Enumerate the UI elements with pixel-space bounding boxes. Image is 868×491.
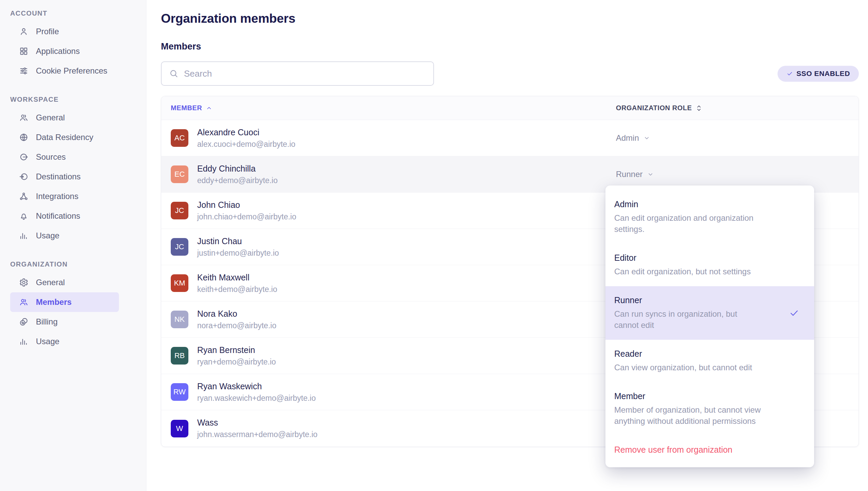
member-email: nora+demo@airbyte.io [197, 321, 276, 330]
sidebar-item-label: Usage [36, 231, 59, 240]
source-circle-arrow-icon [19, 152, 28, 162]
sidebar-item-organization-billing[interactable]: Billing [10, 312, 119, 332]
member-name: Keith Maxwell [197, 273, 277, 282]
members-section-title: Members [161, 41, 859, 52]
role-option-title: Editor [614, 253, 782, 263]
sidebar-section-account: ACCOUNTProfileApplicationsCookie Prefere… [0, 7, 146, 81]
sidebar-item-workspace-integrations[interactable]: Integrations [10, 186, 119, 206]
sidebar-item-label: Members [36, 297, 71, 307]
member-email: john.wasserman+demo@airbyte.io [197, 430, 317, 439]
member-cell: KMKeith Maxwellkeith+demo@airbyte.io [161, 273, 608, 294]
member-info: Justin Chaujustin+demo@airbyte.io [197, 236, 279, 258]
table-row: ACAlexandre Cuocialex.cuoci+demo@airbyte… [161, 120, 859, 156]
sidebar-item-workspace-sources[interactable]: Sources [10, 147, 119, 167]
column-header-organization-role[interactable]: ORGANIZATION ROLE [608, 104, 859, 112]
member-name: Wass [197, 418, 317, 428]
role-select[interactable]: Runner [616, 170, 654, 179]
check-icon [786, 70, 793, 77]
sort-ascending-icon [206, 105, 212, 112]
member-email: john.chiao+demo@airbyte.io [197, 212, 296, 221]
sidebar-item-label: Billing [36, 317, 58, 327]
chevron-down-icon [647, 171, 654, 178]
role-option-title: Member [614, 391, 782, 401]
destination-circle-arrow-icon [19, 172, 28, 181]
apps-grid-icon [19, 46, 28, 56]
organization-role-column-label: ORGANIZATION ROLE [616, 104, 692, 112]
member-cell: ECEddy Chinchillaeddy+demo@airbyte.io [161, 164, 608, 185]
sort-both-icon [695, 104, 703, 112]
sidebar-item-workspace-usage[interactable]: Usage [10, 226, 119, 246]
organization-role-dropdown: AdminCan edit organization and organizat… [605, 185, 814, 467]
role-option-description: Can edit organization and organization s… [614, 212, 782, 235]
member-info: Wassjohn.wasserman+demo@airbyte.io [197, 418, 317, 439]
role-cell: Admin [608, 133, 859, 143]
member-email: justin+demo@airbyte.io [197, 249, 279, 258]
member-cell: NKNora Kakonora+demo@airbyte.io [161, 309, 608, 330]
member-info: Nora Kakonora+demo@airbyte.io [197, 309, 276, 330]
role-option-title: Admin [614, 199, 782, 209]
chevron-down-icon [643, 134, 650, 142]
sidebar-item-label: Destinations [36, 172, 81, 181]
sso-enabled-badge: SSO ENABLED [778, 66, 859, 82]
role-option-runner[interactable]: RunnerCan run syncs in organization, but… [605, 286, 814, 340]
member-info: Alexandre Cuocialex.cuoci+demo@airbyte.i… [197, 127, 295, 149]
sidebar-item-label: Applications [36, 46, 80, 56]
sidebar-item-account-applications[interactable]: Applications [10, 41, 119, 61]
role-value: Admin [616, 133, 639, 143]
settings-sidebar: ACCOUNTProfileApplicationsCookie Prefere… [0, 0, 146, 491]
sidebar-section-workspace: WORKSPACEGeneralData ResidencySourcesDes… [0, 93, 146, 246]
role-option-reader[interactable]: ReaderCan view organization, but cannot … [605, 340, 814, 382]
search-input[interactable] [184, 68, 427, 79]
avatar: KM [171, 274, 188, 292]
sso-badge-label: SSO ENABLED [797, 70, 850, 78]
member-cell: RWRyan Waskewichryan.waskewich+demo@airb… [161, 381, 608, 403]
sidebar-item-organization-usage[interactable]: Usage [10, 332, 119, 351]
sidebar-item-account-profile[interactable]: Profile [10, 22, 119, 41]
bell-icon [19, 211, 28, 221]
remove-user-action[interactable]: Remove user from organization [605, 436, 814, 465]
coins-icon [19, 317, 28, 327]
role-select[interactable]: Admin [616, 133, 650, 143]
avatar: NK [171, 311, 188, 328]
role-options-list: AdminCan edit organization and organizat… [605, 190, 814, 436]
member-info: Ryan Bernsteinryan+demo@airbyte.io [197, 345, 276, 367]
member-email: eddy+demo@airbyte.io [197, 176, 278, 185]
member-name: Alexandre Cuoci [197, 127, 295, 137]
sidebar-item-organization-members[interactable]: Members [10, 292, 119, 312]
search-icon [169, 69, 179, 78]
sidebar-item-workspace-notifications[interactable]: Notifications [10, 206, 119, 226]
sidebar-section-organization: ORGANIZATIONGeneralMembersBillingUsage [0, 258, 146, 351]
member-email: ryan+demo@airbyte.io [197, 357, 276, 367]
sidebar-item-workspace-destinations[interactable]: Destinations [10, 167, 119, 186]
sidebar-item-workspace-data-residency[interactable]: Data Residency [10, 127, 119, 147]
avatar: EC [171, 165, 188, 183]
member-name: Ryan Waskewich [197, 381, 316, 391]
role-option-title: Reader [614, 349, 782, 359]
sidebar-item-label: Notifications [36, 211, 80, 221]
sidebar-nav: ACCOUNTProfileApplicationsCookie Prefere… [0, 7, 146, 351]
users-icon [19, 297, 28, 307]
user-icon [19, 27, 28, 36]
sidebar-item-account-cookie-preferences[interactable]: Cookie Preferences [10, 61, 119, 81]
avatar: JC [171, 238, 188, 256]
sidebar-item-organization-general[interactable]: General [10, 273, 119, 292]
member-email: alex.cuoci+demo@airbyte.io [197, 140, 295, 149]
member-cell: RBRyan Bernsteinryan+demo@airbyte.io [161, 345, 608, 367]
page-title: Organization members [161, 12, 859, 26]
column-header-member[interactable]: MEMBER [161, 104, 608, 112]
member-search-box[interactable] [161, 61, 434, 86]
avatar: RW [171, 383, 188, 401]
sidebar-item-workspace-general[interactable]: General [10, 108, 119, 127]
sidebar-item-label: Profile [36, 27, 59, 36]
member-email: ryan.waskewich+demo@airbyte.io [197, 394, 316, 403]
globe-icon [19, 133, 28, 142]
role-option-editor[interactable]: EditorCan edit organization, but not set… [605, 244, 814, 286]
role-option-admin[interactable]: AdminCan edit organization and organizat… [605, 190, 814, 244]
avatar: W [171, 420, 188, 437]
sidebar-item-label: Sources [36, 152, 66, 162]
role-option-member[interactable]: MemberMember of organization, but cannot… [605, 382, 814, 436]
sidebar-item-label: Cookie Preferences [36, 66, 107, 76]
role-option-description: Member of organization, but cannot view … [614, 404, 782, 427]
role-value: Runner [616, 170, 643, 179]
member-cell: JCJohn Chiaojohn.chiao+demo@airbyte.io [161, 200, 608, 221]
